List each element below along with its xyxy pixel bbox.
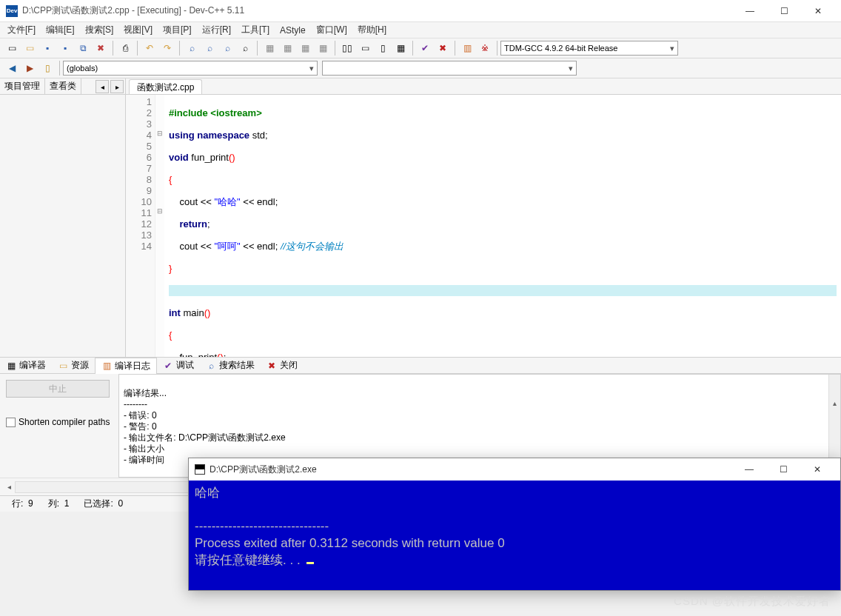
title-bar: Dev D:\CPP测试\函数测试2.cpp - [Executing] - D… xyxy=(0,0,841,22)
scope-combo[interactable]: (globals) ▾ xyxy=(63,61,318,76)
tab-search-results[interactable]: 搜索结果 xyxy=(200,358,261,373)
nav-back-button[interactable] xyxy=(4,60,20,76)
window-title: D:\CPP测试\函数测试2.cpp - [Executing] - Dev-C… xyxy=(22,4,733,17)
chevron-down-icon: ▾ xyxy=(670,44,674,53)
code-editor[interactable]: 123 456 789 101112 1314 ⊟ ⊟ #include <io… xyxy=(126,95,841,357)
menu-view[interactable]: 视图[V] xyxy=(119,22,157,38)
close-icon xyxy=(267,361,277,371)
symbol-combo[interactable]: ▾ xyxy=(322,61,577,76)
console-minimize-button[interactable]: — xyxy=(732,458,766,481)
replace-button[interactable] xyxy=(201,40,218,56)
nav-forward-button[interactable] xyxy=(21,60,38,76)
menu-bar: 文件[F] 编辑[E] 搜索[S] 视图[V] 项目[P] 运行[R] 工具[T… xyxy=(0,22,841,38)
goto-button[interactable] xyxy=(237,40,253,56)
code-text[interactable]: #include <iostream> using namespace std;… xyxy=(164,95,841,357)
compile-run-button[interactable] xyxy=(297,40,313,56)
tab-compiler[interactable]: 编译器 xyxy=(0,358,52,373)
maximize-button[interactable]: ☐ xyxy=(767,0,801,22)
scope-combo-value: (globals) xyxy=(67,64,98,73)
redo-button[interactable] xyxy=(159,40,175,56)
open-file-button[interactable] xyxy=(21,40,38,56)
close-button[interactable]: ✕ xyxy=(801,0,835,22)
run-button[interactable] xyxy=(279,40,295,56)
save-as-button[interactable] xyxy=(57,40,73,56)
menu-edit[interactable]: 编辑[E] xyxy=(41,22,79,38)
bookmarks-button[interactable] xyxy=(39,60,56,76)
print-button[interactable] xyxy=(117,40,133,56)
console-window: D:\CPP测试\函数测试2.exe — ☐ ✕ 哈哈 ------------… xyxy=(188,458,841,591)
checkbox-icon xyxy=(6,418,16,427)
layout-1-button[interactable] xyxy=(339,40,355,56)
new-file-button[interactable] xyxy=(4,40,20,56)
status-row: 行: 9 xyxy=(6,498,39,510)
layout-2-button[interactable] xyxy=(357,40,373,56)
cursor-icon xyxy=(306,562,314,564)
compiler-icon xyxy=(6,361,16,371)
tab-project[interactable]: 项目管理 xyxy=(0,78,45,94)
tab-debug[interactable]: 调试 xyxy=(157,358,200,373)
clear-errors-button[interactable] xyxy=(435,40,451,56)
chevron-down-icon: ▾ xyxy=(569,64,573,73)
shorten-paths-checkbox[interactable]: Shorten compiler paths xyxy=(6,417,113,427)
tab-close[interactable]: 关闭 xyxy=(261,358,304,373)
toolbar-nav: (globals) ▾ ▾ xyxy=(0,58,841,78)
menu-project[interactable]: 项目[P] xyxy=(158,22,196,38)
chevron-down-icon: ▾ xyxy=(309,64,314,73)
log-icon xyxy=(101,361,112,371)
tab-compile-log[interactable]: 编译日志 xyxy=(95,358,157,374)
toolbar-main: TDM-GCC 4.9.2 64-bit Release ▾ xyxy=(0,38,841,58)
scroll-up-icon[interactable]: ▴ xyxy=(829,397,840,409)
console-title: D:\CPP测试\函数测试2.exe xyxy=(210,463,732,476)
close-file-button[interactable] xyxy=(93,40,109,56)
debug-icon xyxy=(163,361,173,371)
menu-astyle[interactable]: AStyle xyxy=(275,24,310,37)
undo-button[interactable] xyxy=(141,40,158,56)
project-panel: 项目管理 查看类 ◂ ▸ xyxy=(0,78,126,357)
debug-button[interactable] xyxy=(477,40,493,56)
search-icon xyxy=(206,361,216,371)
fold-column: ⊟ ⊟ xyxy=(155,95,164,357)
app-icon: Dev xyxy=(6,5,18,17)
save-button[interactable] xyxy=(39,40,56,56)
console-icon xyxy=(195,464,205,475)
menu-search[interactable]: 搜索[S] xyxy=(81,22,118,38)
status-col: 列: 1 xyxy=(42,498,76,510)
panel-prev-button[interactable]: ◂ xyxy=(96,80,109,93)
menu-window[interactable]: 窗口[W] xyxy=(312,22,352,38)
tab-resources[interactable]: 资源 xyxy=(52,358,95,373)
resource-icon xyxy=(58,361,68,371)
scroll-left-icon[interactable]: ◂ xyxy=(3,481,15,493)
menu-help[interactable]: 帮助[H] xyxy=(353,22,391,38)
editor-pane: 函数测试2.cpp 123 456 789 101112 1314 ⊟ ⊟ #i… xyxy=(126,78,841,357)
console-close-button[interactable]: ✕ xyxy=(800,458,834,481)
console-output[interactable]: 哈哈 -------------------------------- Proc… xyxy=(189,481,840,590)
menu-file[interactable]: 文件[F] xyxy=(3,22,40,38)
compile-button[interactable] xyxy=(261,40,278,56)
line-gutter: 123 456 789 101112 1314 xyxy=(126,95,155,357)
editor-tab-active[interactable]: 函数测试2.cpp xyxy=(129,79,202,94)
status-sel: 已选择: 0 xyxy=(78,498,129,510)
tab-classes[interactable]: 查看类 xyxy=(45,78,81,94)
main-area: 项目管理 查看类 ◂ ▸ 函数测试2.cpp 123 456 789 10111… xyxy=(0,78,841,357)
syntax-check-button[interactable] xyxy=(417,40,433,56)
menu-tools[interactable]: 工具[T] xyxy=(237,22,274,38)
profile-button[interactable] xyxy=(459,40,475,56)
compiler-combo[interactable]: TDM-GCC 4.9.2 64-bit Release ▾ xyxy=(500,41,678,56)
find-button[interactable] xyxy=(184,40,200,56)
layout-3-button[interactable] xyxy=(375,40,391,56)
find-in-files-button[interactable] xyxy=(219,40,235,56)
watermark: CSDN @软件开发技术爱好者 xyxy=(674,595,831,609)
menu-run[interactable]: 运行[R] xyxy=(198,22,235,38)
compiler-combo-value: TDM-GCC 4.9.2 64-bit Release xyxy=(504,44,617,53)
minimize-button[interactable]: — xyxy=(733,0,767,22)
abort-button[interactable]: 中止 xyxy=(6,380,110,398)
save-all-button[interactable] xyxy=(75,40,91,56)
layout-4-button[interactable] xyxy=(392,40,409,56)
rebuild-button[interactable] xyxy=(315,40,331,56)
panel-next-button[interactable]: ▸ xyxy=(110,80,124,93)
console-maximize-button[interactable]: ☐ xyxy=(766,458,800,481)
